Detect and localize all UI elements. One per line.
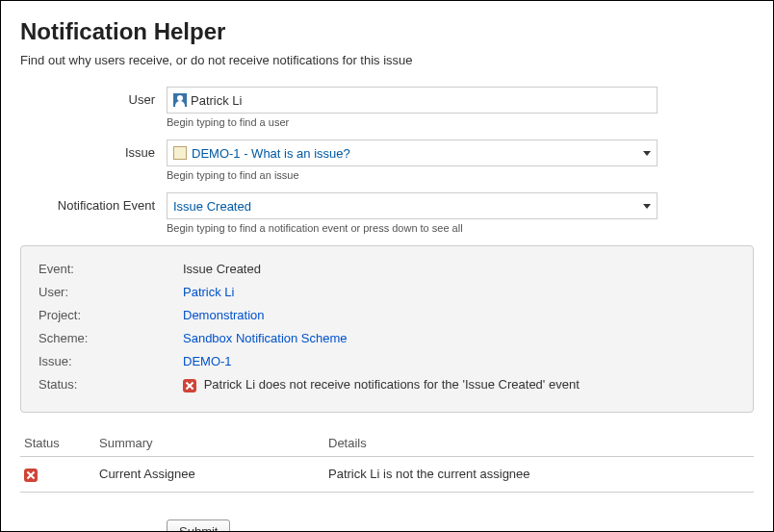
table-header-row: Status Summary Details <box>20 430 754 457</box>
result-user-link[interactable]: Patrick Li <box>183 283 234 302</box>
table-row: Current Assignee Patrick Li is not the c… <box>20 457 754 493</box>
user-hint: Begin typing to find a user <box>167 116 658 128</box>
result-status-text: Patrick Li does not receive notification… <box>204 377 580 392</box>
result-label-issue: Issue: <box>39 352 183 371</box>
result-label-status: Status: <box>39 375 183 394</box>
result-label-event: Event: <box>39 260 183 279</box>
page-description: Find out why users receive, or do not re… <box>20 53 754 67</box>
cell-summary: Current Assignee <box>95 457 324 493</box>
user-label: User <box>20 87 167 107</box>
user-input[interactable]: Patrick Li <box>167 87 658 114</box>
page-title: Notification Helper <box>20 18 754 45</box>
issue-value: DEMO-1 - What is an issue? <box>192 146 350 161</box>
th-details: Details <box>324 430 754 457</box>
result-issue-link[interactable]: DEMO-1 <box>183 352 232 371</box>
issue-hint: Begin typing to find an issue <box>167 169 658 181</box>
cell-details: Patrick Li is not the current assignee <box>324 457 754 493</box>
event-label: Notification Event <box>20 192 167 213</box>
submit-button[interactable]: Submit <box>167 519 230 532</box>
user-avatar-icon <box>173 93 187 107</box>
results-table: Status Summary Details Current Assignee … <box>20 430 754 493</box>
form-row-event: Notification Event Issue Created Begin t… <box>20 192 754 234</box>
user-value: Patrick Li <box>191 93 242 108</box>
result-scheme-link[interactable]: Sandbox Notification Scheme <box>183 329 348 348</box>
event-value: Issue Created <box>173 199 251 214</box>
event-hint: Begin typing to find a notification even… <box>167 222 658 234</box>
event-select[interactable]: Issue Created <box>167 192 658 219</box>
error-icon <box>183 379 196 393</box>
result-label-scheme: Scheme: <box>39 329 183 348</box>
error-icon <box>24 469 38 482</box>
issue-type-icon <box>173 146 187 160</box>
th-status: Status <box>20 430 95 457</box>
form-row-user: User Patrick Li Begin typing to find a u… <box>20 87 754 128</box>
chevron-down-icon <box>643 151 651 156</box>
cell-status <box>20 457 95 493</box>
result-project-link[interactable]: Demonstration <box>183 306 265 325</box>
result-label-project: Project: <box>39 306 183 325</box>
result-status: Patrick Li does not receive notification… <box>183 375 580 394</box>
chevron-down-icon <box>643 204 651 209</box>
result-label-user: User: <box>39 283 183 302</box>
issue-label: Issue <box>20 139 167 160</box>
form-row-issue: Issue DEMO-1 - What is an issue? Begin t… <box>20 139 754 181</box>
issue-select[interactable]: DEMO-1 - What is an issue? <box>167 139 658 166</box>
result-event: Issue Created <box>183 260 261 279</box>
notification-helper-panel: Notification Helper Find out why users r… <box>0 0 774 532</box>
result-panel: Event: Issue Created User: Patrick Li Pr… <box>20 245 754 413</box>
th-summary: Summary <box>95 430 324 457</box>
